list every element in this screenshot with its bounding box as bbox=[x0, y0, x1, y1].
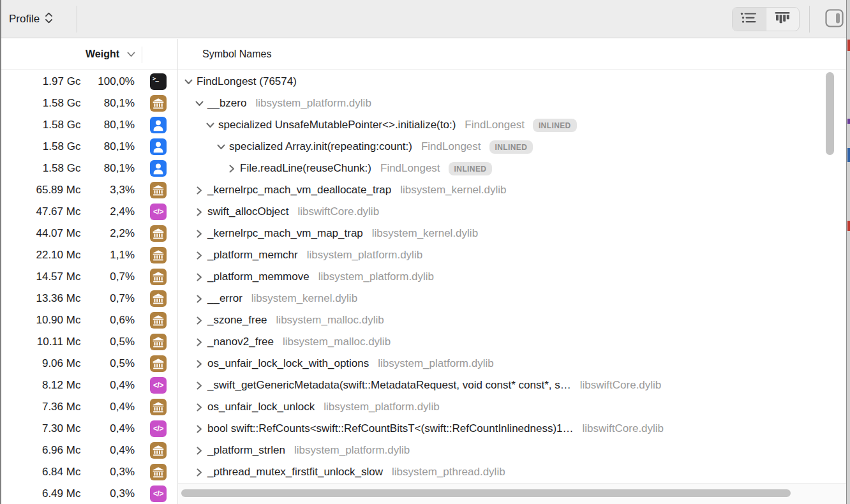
chevron-right-icon[interactable] bbox=[195, 360, 204, 368]
weight-row[interactable]: 8.12 Mc0,4%</> bbox=[0, 374, 177, 396]
symbol-library: libsystem_platform.dylib bbox=[318, 271, 434, 283]
chevron-right-icon[interactable] bbox=[195, 251, 204, 260]
weight-value: 1.58 Gc bbox=[0, 140, 80, 153]
chevron-right-icon[interactable] bbox=[195, 295, 204, 303]
weight-row[interactable]: 1.58 Gc80,1% bbox=[0, 93, 177, 114]
symbol-row[interactable]: __bzerolibsystem_platform.dylib bbox=[178, 93, 847, 114]
chevron-right-icon[interactable] bbox=[195, 425, 204, 433]
chevron-right-icon[interactable] bbox=[195, 338, 204, 346]
symbol-name: specialized UnsafeMutablePointer<>.initi… bbox=[218, 119, 456, 131]
symbol-row[interactable]: _pthread_mutex_firstfit_unlock_slowlibsy… bbox=[178, 461, 847, 483]
chevron-right-icon[interactable] bbox=[195, 208, 204, 216]
code-icon: </> bbox=[150, 204, 167, 220]
symbol-row[interactable]: os_unfair_lock_lock_with_optionslibsyste… bbox=[178, 353, 847, 374]
weight-row[interactable]: 1.58 Gc80,1% bbox=[0, 136, 177, 158]
window-left-edge bbox=[0, 0, 1, 504]
horizontal-scrollbar-track[interactable] bbox=[178, 483, 847, 504]
symbol-row[interactable]: swift_allocObjectlibswiftCore.dylib bbox=[178, 201, 847, 223]
weight-row[interactable]: 7.30 Mc0,4%</> bbox=[0, 418, 177, 440]
flame-graph-view-button[interactable] bbox=[766, 8, 800, 31]
weight-row[interactable]: 22.10 Mc1,1% bbox=[0, 244, 177, 266]
symbol-row[interactable]: __errorlibsystem_kernel.dylib bbox=[178, 288, 847, 309]
symbol-row[interactable]: specialized Array.init(repeating:count:)… bbox=[178, 136, 847, 158]
symbol-row[interactable]: FindLongest (76574) bbox=[178, 71, 847, 93]
vertical-scrollbar-thumb[interactable] bbox=[826, 72, 834, 155]
column-divider[interactable] bbox=[177, 39, 178, 504]
chevron-right-icon[interactable] bbox=[228, 165, 236, 173]
weight-row[interactable]: 65.89 Mc3,3% bbox=[0, 179, 177, 201]
symbol-row[interactable]: _platform_strlenlibsystem_platform.dylib bbox=[178, 440, 847, 461]
symbol-name: swift_allocObject bbox=[207, 205, 289, 218]
library-icon bbox=[150, 290, 167, 307]
chevron-down-icon[interactable] bbox=[195, 101, 204, 107]
library-icon bbox=[150, 312, 167, 329]
chevron-right-icon[interactable] bbox=[195, 273, 204, 281]
weight-row[interactable]: 1.97 Gc100,0%>_ bbox=[0, 71, 177, 93]
weight-value: 65.89 Mc bbox=[0, 184, 80, 196]
weight-percent: 80,1% bbox=[80, 162, 135, 175]
weight-percent: 0,7% bbox=[80, 271, 135, 283]
weight-row[interactable]: 6.96 Mc0,4% bbox=[0, 440, 177, 461]
symbol-library: libswiftCore.dylib bbox=[298, 205, 380, 218]
detail-toolbar: Profile bbox=[0, 0, 850, 38]
chevron-down-icon[interactable] bbox=[206, 122, 214, 128]
chevron-right-icon[interactable] bbox=[195, 447, 204, 455]
weight-percent: 80,1% bbox=[80, 97, 135, 110]
weight-percent: 0,4% bbox=[80, 379, 135, 392]
symbol-row[interactable]: _kernelrpc_mach_vm_deallocate_traplibsys… bbox=[178, 179, 847, 201]
chevron-right-icon[interactable] bbox=[195, 230, 204, 238]
weight-percent: 0,4% bbox=[80, 422, 135, 435]
weight-row[interactable]: 6.84 Mc0,3% bbox=[0, 461, 177, 483]
sidebar-right-icon bbox=[825, 9, 844, 30]
weight-row[interactable]: 10.90 Mc0,6% bbox=[0, 309, 177, 331]
symbol-row[interactable]: bool swift::RefCounts<swift::RefCountBit… bbox=[178, 418, 847, 440]
chevron-right-icon[interactable] bbox=[195, 403, 204, 411]
profile-dropdown[interactable]: Profile bbox=[9, 0, 52, 38]
chevron-right-icon[interactable] bbox=[195, 316, 204, 325]
chevron-right-icon[interactable] bbox=[195, 468, 204, 477]
weight-value: 13.36 Mc bbox=[0, 292, 80, 305]
symbol-library: libswiftCore.dylib bbox=[583, 422, 664, 435]
symbol-row[interactable]: File.readLine(reuseChunk:)FindLongestINL… bbox=[178, 158, 847, 179]
weight-row[interactable]: 10.11 Mc0,5% bbox=[0, 331, 177, 353]
weight-percent: 1,1% bbox=[80, 249, 135, 262]
weight-percent: 0,5% bbox=[80, 357, 135, 370]
updown-chevron-icon bbox=[45, 12, 52, 26]
weight-row[interactable]: 6.49 Mc0,3%</> bbox=[0, 483, 177, 504]
chevron-right-icon[interactable] bbox=[195, 186, 204, 195]
overview-mark bbox=[847, 119, 850, 124]
view-mode-segmented-control bbox=[732, 7, 800, 31]
chevron-right-icon[interactable] bbox=[195, 382, 204, 390]
weight-row[interactable]: 1.58 Gc80,1% bbox=[0, 158, 177, 179]
weight-value: 6.49 Mc bbox=[0, 487, 80, 500]
symbol-name: _swift_getGenericMetadata(swift::Metadat… bbox=[207, 379, 571, 392]
flame-graph-icon bbox=[774, 11, 791, 27]
chevron-down-icon[interactable] bbox=[217, 144, 225, 150]
symbol-row[interactable]: _platform_memmovelibsystem_platform.dyli… bbox=[178, 266, 847, 288]
weight-row[interactable]: 14.57 Mc0,7% bbox=[0, 266, 177, 288]
symbol-name: specialized Array.init(repeating:count:) bbox=[229, 140, 412, 153]
weight-row[interactable]: 47.67 Mc2,4%</> bbox=[0, 201, 177, 223]
symbol-row[interactable]: _platform_memchrlibsystem_platform.dylib bbox=[178, 244, 847, 266]
weight-row[interactable]: 9.06 Mc0,5% bbox=[0, 353, 177, 374]
symbol-row[interactable]: specialized UnsafeMutablePointer<>.initi… bbox=[178, 114, 847, 136]
toggle-right-sidebar-button[interactable] bbox=[823, 8, 845, 30]
weight-row[interactable]: 7.36 Mc0,4% bbox=[0, 396, 177, 418]
toolbar-divider bbox=[809, 6, 810, 33]
symbol-name: _kernelrpc_mach_vm_map_trap bbox=[207, 227, 363, 240]
symbol-row[interactable]: _nanov2_freelibsystem_malloc.dylib bbox=[178, 331, 847, 353]
weight-row[interactable]: 1.58 Gc80,1% bbox=[0, 114, 177, 136]
library-icon bbox=[150, 464, 167, 480]
symbol-row[interactable]: _kernelrpc_mach_vm_map_traplibsystem_ker… bbox=[178, 223, 847, 244]
call-tree-view-button[interactable] bbox=[733, 8, 766, 31]
horizontal-scrollbar-thumb[interactable] bbox=[181, 489, 791, 497]
symbol-row[interactable]: _swift_getGenericMetadata(swift::Metadat… bbox=[178, 374, 847, 396]
chevron-down-icon[interactable] bbox=[184, 79, 193, 85]
symbol-row[interactable]: _szone_freelibsystem_malloc.dylib bbox=[178, 309, 847, 331]
weight-row[interactable]: 13.36 Mc0,7% bbox=[0, 288, 177, 309]
weight-column-header[interactable]: Weight bbox=[0, 39, 135, 70]
weight-value: 6.84 Mc bbox=[0, 466, 80, 478]
symbol-names-column-header[interactable]: Symbol Names bbox=[202, 39, 271, 70]
symbol-row[interactable]: os_unfair_lock_unlocklibsystem_platform.… bbox=[178, 396, 847, 418]
weight-row[interactable]: 44.07 Mc2,2% bbox=[0, 223, 177, 244]
